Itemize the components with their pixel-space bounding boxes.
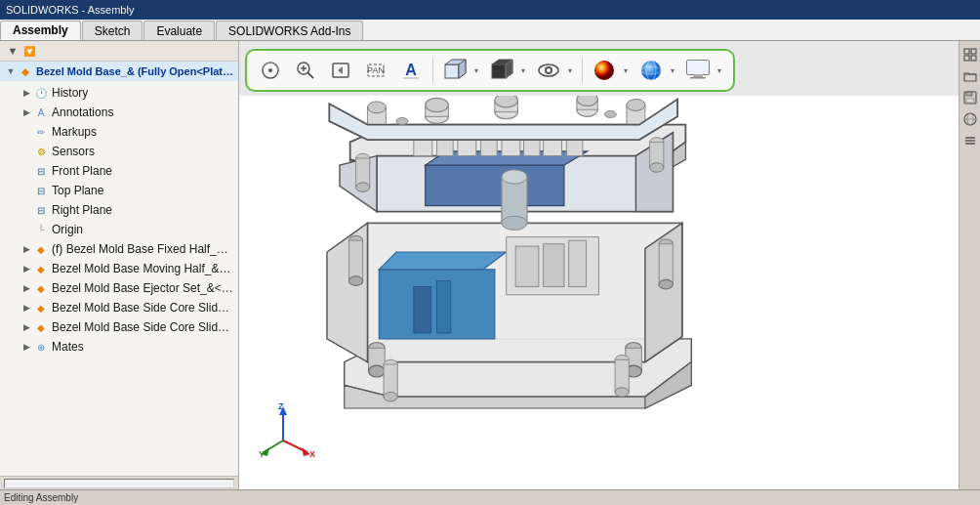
filter-icon[interactable]: ▼ [6,44,20,58]
right-icon-menu[interactable] [960,131,980,150]
orientation-dropdown[interactable]: ▾ [517,55,529,86]
top-plane-icon: ⊟ [33,183,49,198]
svg-rect-11 [445,64,459,78]
tree-item-annotations[interactable]: ▶ A Annotations [0,103,238,122]
previous-view-button[interactable] [325,55,356,86]
display-style-dropdown[interactable]: ▾ [564,55,576,86]
tree-item-bezel-moving[interactable]: ▶ ◆ Bezel Mold Base Moving Half_&<1> [0,259,238,278]
left-panel-header: ▼ 🔽 [0,41,238,62]
left-panel: ▼ 🔽 ▼ ◆ Bezel Mold Base_& (Fully Open<Pl… [0,41,239,489]
orientation-button[interactable] [486,55,517,86]
right-icons-panel [959,41,980,489]
svg-point-56 [615,388,629,397]
svg-text:X: X [309,449,315,459]
bezel-moving-icon: ◆ [33,261,49,276]
bezel-fixed-icon: ◆ [33,241,49,257]
svg-point-82 [650,163,664,172]
tree-item-right-plane[interactable]: ⊟ Right Plane [0,200,238,220]
display-dropdown[interactable]: ▾ [714,55,725,86]
tab-sketch[interactable]: Sketch [82,21,143,40]
svg-rect-60 [569,240,587,286]
appearances-group: ▾ [589,55,632,86]
display-group: ▾ [682,55,725,86]
svg-text:Y: Y [259,449,265,459]
smart-dim-button[interactable]: A [395,55,427,86]
tab-evaluate[interactable]: Evaluate [143,21,215,40]
tree-item-bezel-slide-b[interactable]: ▶ ◆ Bezel Mold Base Side Core Slide B_& [0,317,238,337]
tree-item-mates[interactable]: ▶ ⊕ Mates [0,337,238,357]
bezel-slide-a-icon: ◆ [33,300,49,316]
tree-item-bezel-fixed[interactable]: ▶ ◆ (f) Bezel Mold Base Fixed Half_&<1> [0,239,238,259]
svg-marker-36 [379,252,506,270]
svg-point-98 [577,96,597,106]
tab-assembly[interactable]: Assembly [0,21,81,40]
bezel-fixed-expander[interactable]: ▶ [20,242,33,256]
viewport[interactable]: Z X Y [239,96,959,489]
view-box-dropdown[interactable]: ▾ [470,55,482,86]
pan-button[interactable]: PAN [360,55,391,86]
right-icon-folder[interactable] [960,66,980,86]
hscroll-track[interactable] [4,479,234,488]
separator-2 [582,57,583,84]
markups-icon: ✏ [33,124,49,140]
svg-rect-58 [515,246,539,286]
tree-item-bezel-ejector[interactable]: ▶ ◆ Bezel Mold Base Ejector Set_&<1> (I [0,278,238,298]
svg-point-88 [627,100,645,111]
svg-rect-26 [693,74,703,77]
scene-button[interactable] [635,55,667,86]
svg-rect-113 [964,49,969,54]
svg-text:A: A [405,62,417,78]
toolbar-area: PAN A [239,41,959,96]
origin-icon: └ [33,222,49,237]
view-box-button[interactable] [439,55,470,86]
right-icon-globe[interactable] [960,109,980,129]
svg-rect-14 [492,64,506,78]
mates-expander[interactable]: ▶ [20,340,33,354]
appearances-button[interactable] [589,55,620,86]
svg-point-79 [356,183,370,191]
scene-dropdown[interactable]: ▾ [667,55,678,86]
zoom-area-button[interactable] [290,55,321,86]
tree-item-sensors[interactable]: ⚙ Sensors [0,142,238,161]
bezel-slide-a-expander[interactable]: ▶ [20,301,33,315]
view-box-group: ▾ [439,55,482,86]
display-style-button[interactable] [533,55,564,86]
display-button[interactable] [682,55,714,86]
bezel-slide-b-expander[interactable]: ▶ [20,320,33,334]
svg-point-20 [594,61,614,80]
svg-rect-59 [544,244,564,287]
svg-point-53 [384,392,397,400]
bezel-ejector-icon: ◆ [33,280,49,296]
svg-point-47 [369,365,386,377]
rotate-button[interactable] [255,55,286,86]
svg-rect-38 [437,281,451,333]
tree-item-front-plane[interactable]: ⊟ Front Plane [0,161,238,181]
toolbar-ribbon: PAN A [245,49,735,92]
tree-item-bezel-slide-a[interactable]: ▶ ◆ Bezel Mold Base Side Core Slide A_& [0,298,238,317]
mates-icon: ⊕ [33,339,49,355]
svg-point-102 [502,170,527,184]
tree-root-item[interactable]: ▼ ◆ Bezel Mold Base_& (Fully Open<Plates… [0,62,238,81]
right-icon-save[interactable] [960,88,980,107]
svg-text:Z: Z [278,401,284,411]
left-panel-hscroll[interactable] [0,476,238,489]
svg-point-19 [547,68,551,72]
front-plane-icon: ⊟ [33,163,49,179]
right-icon-expand[interactable] [960,45,980,64]
tree-item-top-plane[interactable]: ⊟ Top Plane [0,181,238,200]
appearances-dropdown[interactable]: ▾ [620,55,632,86]
tree-item-markups[interactable]: ✏ Markups [0,122,238,142]
tab-bar: Assembly Sketch Evaluate SOLIDWORKS Add-… [0,20,980,41]
window-title: SOLIDWORKS - Assembly [6,4,134,16]
bezel-moving-expander[interactable]: ▶ [20,262,33,275]
svg-point-41 [348,276,362,285]
tree-item-origin[interactable]: └ Origin [0,220,238,239]
tab-solidworks-addins[interactable]: SOLIDWORKS Add-Ins [216,21,363,40]
root-expander[interactable]: ▼ [4,64,18,78]
root-item-label: Bezel Mold Base_& (Fully Open<Plates H [36,65,234,77]
tree-item-history[interactable]: ▶ 🕐 History [0,83,238,103]
annotations-expander[interactable]: ▶ [20,105,33,119]
history-expander[interactable]: ▶ [20,86,33,100]
svg-rect-118 [966,92,972,96]
bezel-ejector-expander[interactable]: ▶ [20,281,33,295]
